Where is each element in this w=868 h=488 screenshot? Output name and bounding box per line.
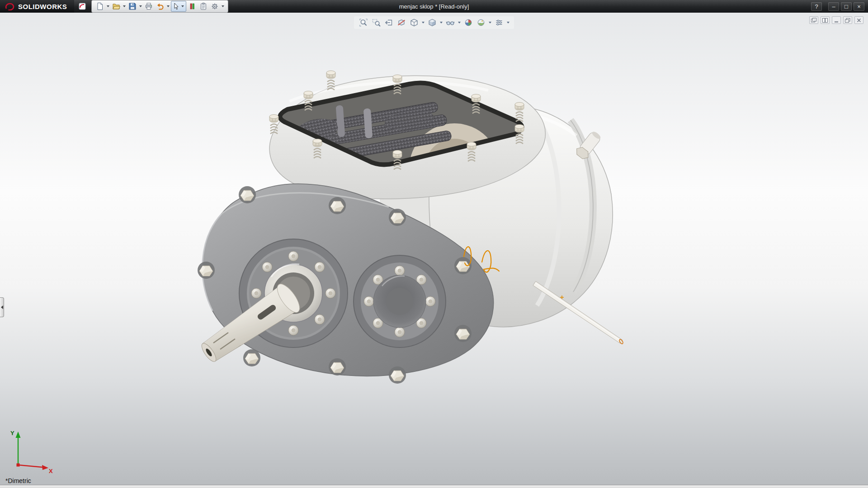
close-document-button[interactable] — [854, 16, 863, 24]
close-button[interactable]: × — [854, 2, 864, 11]
select-tool-active[interactable] — [171, 1, 186, 12]
new-document-icon — [96, 2, 104, 10]
undo-icon — [156, 2, 164, 10]
undo-button[interactable] — [155, 1, 165, 11]
save-dropdown[interactable] — [139, 5, 142, 7]
print-button[interactable] — [143, 1, 154, 11]
print-icon — [145, 2, 153, 10]
view-orientation-button[interactable] — [408, 17, 420, 28]
options-gear-icon — [211, 2, 219, 10]
help-button[interactable]: ? — [811, 2, 822, 11]
hide-show-items-button[interactable] — [444, 17, 456, 28]
section-view-button[interactable] — [396, 17, 407, 28]
window-controls: ? – □ × — [811, 2, 868, 11]
hide-show-glasses-icon — [446, 18, 455, 27]
select-tool-dropdown[interactable] — [181, 5, 184, 7]
triad-x-label: X — [49, 468, 53, 474]
view-settings-icon — [495, 18, 504, 27]
restore-document-icon — [844, 18, 851, 23]
section-view-icon — [397, 18, 406, 27]
zoom-to-fit-icon — [359, 18, 368, 27]
brand-text: SOLIDWORKS — [18, 3, 67, 10]
view-settings-button[interactable] — [493, 17, 505, 28]
solidworks-logo: SOLIDWORKS — [0, 0, 74, 13]
new-document-button[interactable] — [94, 1, 105, 11]
new-document-dropdown[interactable] — [107, 5, 109, 7]
view-orientation-cube-icon — [410, 18, 419, 27]
display-style-button[interactable] — [426, 17, 438, 28]
new-window-icon — [811, 18, 817, 23]
quick-access-toolbar — [91, 0, 228, 13]
view-settings-dropdown[interactable] — [507, 22, 509, 23]
document-window-controls — [809, 16, 863, 24]
previous-view-icon — [384, 18, 393, 27]
minimize-document-icon — [833, 18, 840, 23]
minimize-button[interactable]: – — [828, 2, 839, 11]
undo-dropdown[interactable] — [167, 5, 170, 7]
restore-document-button[interactable] — [843, 16, 852, 24]
view-orientation-label: *Dimetric — [5, 477, 31, 484]
status-bar — [0, 485, 868, 488]
apply-scene-icon — [476, 18, 486, 27]
graphics-viewport[interactable]: Y X *Dimetric — [0, 13, 868, 485]
feature-manager-collapse-tab[interactable] — [0, 297, 4, 317]
save-icon — [128, 2, 137, 10]
cascade-windows-button[interactable] — [821, 16, 830, 24]
view-orientation-dropdown[interactable] — [422, 22, 425, 23]
heads-up-toolbar — [354, 16, 514, 29]
open-document-button[interactable] — [111, 1, 122, 11]
hide-show-items-dropdown[interactable] — [458, 22, 461, 23]
app-icon — [79, 3, 86, 10]
zoom-to-area-icon — [372, 18, 381, 27]
apply-scene-button[interactable] — [475, 17, 487, 28]
display-style-dropdown[interactable] — [440, 22, 443, 23]
zoom-to-area-button[interactable] — [370, 17, 382, 28]
edit-appearance-button[interactable] — [462, 17, 474, 28]
select-cursor-icon — [172, 2, 180, 10]
open-document-dropdown[interactable] — [123, 5, 126, 7]
new-window-button[interactable] — [809, 16, 818, 24]
copy-settings-button[interactable] — [198, 1, 209, 11]
open-folder-icon — [112, 2, 120, 10]
triad-y-label: Y — [10, 430, 14, 436]
selection-toggle-button[interactable] — [187, 1, 198, 11]
title-bar: SOLIDWORKS — [0, 0, 868, 13]
ds-logo-icon — [5, 2, 15, 10]
minimize-document-button[interactable] — [832, 16, 841, 24]
orientation-triad[interactable]: Y X — [5, 425, 54, 475]
clipboard-icon — [199, 2, 208, 10]
edit-appearance-ball-icon — [464, 18, 473, 27]
options-button[interactable] — [209, 1, 220, 11]
previous-view-button[interactable] — [383, 17, 395, 28]
model-canvas[interactable] — [0, 13, 868, 485]
maximize-button[interactable]: □ — [841, 2, 852, 11]
options-dropdown[interactable] — [222, 5, 224, 7]
close-document-icon — [856, 18, 862, 23]
zoom-to-fit-button[interactable] — [358, 17, 369, 28]
save-button[interactable] — [127, 1, 138, 11]
front-flange-right[interactable] — [354, 255, 446, 347]
cascade-windows-icon — [822, 18, 828, 23]
selection-toggle-icon — [188, 2, 196, 10]
apply-scene-dropdown[interactable] — [489, 22, 491, 23]
display-style-icon — [428, 18, 437, 27]
